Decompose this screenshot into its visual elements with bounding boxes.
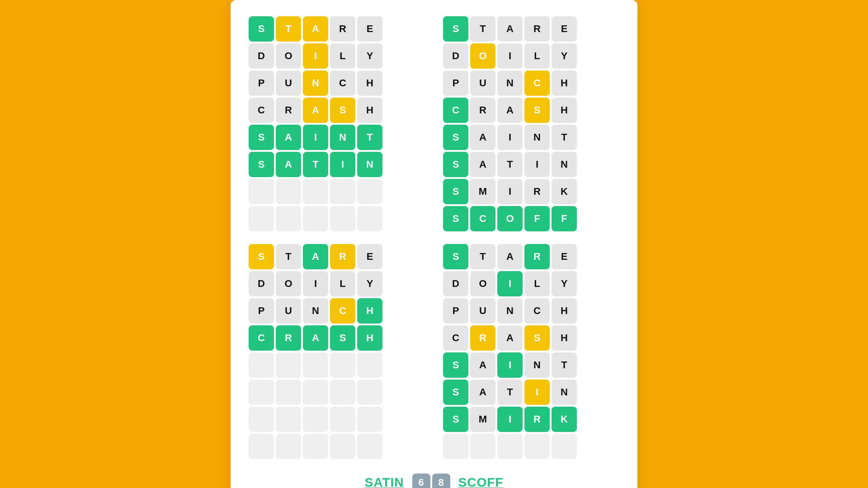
grid-bottom-right-cell-4-0: S	[443, 352, 468, 378]
grid-top-left-cell-0-0: S	[249, 16, 274, 42]
grid-bottom-left-cell-3-1: R	[276, 325, 301, 351]
grid-top-right-cell-5-0: S	[443, 152, 468, 177]
grid-top-right-cell-5-1: A	[470, 152, 495, 177]
grid-top-right-cell-2-2: N	[497, 70, 523, 96]
grid-top-right-cell-2-4: H	[552, 70, 577, 96]
grid-top-right-cell-7-3: F	[524, 206, 550, 231]
grid-top-right-cell-1-2: I	[497, 43, 523, 69]
grid-bottom-left-cell-1-0: D	[249, 271, 274, 296]
grid-bottom-left-cell-0-4: E	[357, 244, 382, 269]
grid-top-left-cell-7-4	[357, 206, 382, 231]
grid-top-right-cell-0-3: R	[524, 16, 550, 42]
grid-bottom-left-cell-4-2	[303, 352, 328, 378]
grid-bottom-left-cell-2-2: N	[303, 298, 328, 324]
grid-bottom-left-cell-0-1: T	[276, 244, 301, 269]
grid-bottom-right-cell-6-0: S	[443, 407, 468, 432]
grid-bottom-left-cell-3-3: S	[330, 325, 355, 351]
grid-top-left-cell-7-2	[303, 206, 328, 231]
grid-top-left-cell-5-2: T	[303, 152, 328, 177]
grid-top-left-cell-2-3: C	[330, 70, 355, 96]
grid-top-left-cell-1-4: Y	[357, 43, 382, 69]
grid-bottom-left-cell-5-4	[357, 380, 382, 405]
grid-top-right-cell-3-2: A	[497, 98, 523, 123]
grid-bottom-left-row-3: CRASH	[249, 325, 425, 351]
grid-top-right-cell-1-0: D	[443, 43, 468, 69]
main-card: STAREDOILYPUNCHCRASHSAINTSATIN STAREDOIL…	[231, 0, 637, 488]
grid-bottom-left-row-5	[249, 380, 425, 405]
grid-bottom-right-row-3: CRASH	[443, 325, 619, 351]
grid-top-right-row-0: STARE	[443, 16, 619, 42]
grid-top-left-row-1: DOILY	[249, 43, 425, 69]
grid-bottom-left-cell-2-1: U	[276, 298, 301, 324]
grid-bottom-left-cell-7-0	[249, 434, 274, 459]
grid-top-right-cell-7-1: C	[470, 206, 495, 231]
bottom-row-1: SATIN 6 8 SCOFF	[365, 474, 504, 488]
word-satin: SATIN	[365, 475, 404, 488]
grid-top-right-cell-5-4: N	[552, 152, 577, 177]
grid-bottom-right-cell-6-1: M	[470, 407, 495, 432]
grid-bottom-left-row-0: STARE	[249, 244, 425, 269]
grid-top-left-cell-6-0	[249, 179, 274, 204]
score-badge-6: 6	[412, 474, 430, 488]
grid-bottom-right-cell-4-1: A	[470, 352, 495, 378]
grid-top-left-cell-0-2: A	[303, 16, 328, 42]
grid-bottom-left-row-4	[249, 352, 425, 378]
grid-bottom-left-cell-4-3	[330, 352, 355, 378]
grid-top-left-cell-0-4: E	[357, 16, 382, 42]
grid-bottom-right-cell-7-1	[470, 434, 495, 459]
grid-bottom-right-cell-7-3	[524, 434, 550, 459]
grid-bottom-right-cell-6-3: R	[524, 407, 550, 432]
score-badges-1: 6 8	[412, 474, 450, 488]
grid-top-right-cell-0-4: E	[552, 16, 577, 42]
grid-bottom-right-cell-2-1: U	[470, 298, 495, 324]
grid-bottom-right-cell-4-4: T	[552, 352, 577, 378]
grid-top-left-cell-6-2	[303, 179, 328, 204]
grid-bottom-right-cell-3-3: S	[524, 325, 550, 351]
grid-bottom-right-cell-4-3: N	[524, 352, 550, 378]
grid-top-left-cell-3-2: A	[303, 98, 328, 123]
grid-top-right-row-1: DOILY	[443, 43, 619, 69]
grid-bottom-right-cell-0-3: R	[524, 244, 550, 269]
grid-bottom-right-row-0: STARE	[443, 244, 619, 269]
grid-top-left-row-0: STARE	[249, 16, 425, 42]
grid-bottom-left-cell-6-0	[249, 407, 274, 432]
grid-bottom-right-cell-1-1: O	[470, 271, 495, 296]
grid-bottom-left-cell-3-4: H	[357, 325, 382, 351]
grid-bottom-left-cell-5-1	[276, 380, 301, 405]
grid-bottom-right-cell-7-2	[497, 434, 523, 459]
grid-top-left-cell-3-4: H	[357, 98, 382, 123]
grid-top-right-row-5: SATIN	[443, 152, 619, 177]
grid-bottom-left-row-7	[249, 434, 425, 459]
grid-bottom-left-cell-5-0	[249, 380, 274, 405]
grid-top-left-cell-7-1	[276, 206, 301, 231]
grid-top-right-cell-4-3: N	[524, 125, 550, 150]
grid-top-left-cell-7-3	[330, 206, 355, 231]
grid-bottom-right-cell-3-2: A	[497, 325, 523, 351]
grid-top-right-row-6: SMIRK	[443, 179, 619, 204]
grid-bottom-right-cell-1-2: I	[497, 271, 523, 296]
bottom-bar: SATIN 6 8 SCOFF CRASH 4 7 SMIRK	[249, 474, 619, 488]
grid-bottom-right-row-1: DOILY	[443, 271, 619, 296]
grid-top-left-cell-5-0: S	[249, 152, 274, 177]
grid-bottom-right-cell-1-0: D	[443, 271, 468, 296]
grid-bottom-left-cell-3-2: A	[303, 325, 328, 351]
grid-top-right-cell-6-0: S	[443, 179, 468, 204]
grid-bottom-right-cell-6-2: I	[497, 407, 523, 432]
grid-top-left: STAREDOILYPUNCHCRASHSAINTSATIN	[249, 16, 425, 233]
grid-top-left-row-5: SATIN	[249, 152, 425, 177]
grid-bottom-right-cell-0-2: A	[497, 244, 523, 269]
grid-bottom-left-cell-6-4	[357, 407, 382, 432]
grid-top-right-row-2: PUNCH	[443, 70, 619, 96]
grid-top-left-cell-6-3	[330, 179, 355, 204]
grid-top-right: STAREDOILYPUNCHCRASHSAINTSATINSMIRKSCOFF	[443, 16, 619, 233]
grid-top-right-cell-1-4: Y	[552, 43, 577, 69]
grid-bottom-right-cell-4-2: I	[497, 352, 523, 378]
grid-top-right-cell-6-2: I	[497, 179, 523, 204]
grid-top-right-cell-4-1: A	[470, 125, 495, 150]
grid-top-right-cell-3-0: C	[443, 98, 468, 123]
grid-top-right-cell-3-3: S	[524, 98, 550, 123]
grid-bottom-right-cell-2-3: C	[524, 298, 550, 324]
grid-top-left-cell-1-1: O	[276, 43, 301, 69]
grid-bottom-left-row-2: PUNCH	[249, 298, 425, 324]
grid-bottom-right-cell-3-0: C	[443, 325, 468, 351]
